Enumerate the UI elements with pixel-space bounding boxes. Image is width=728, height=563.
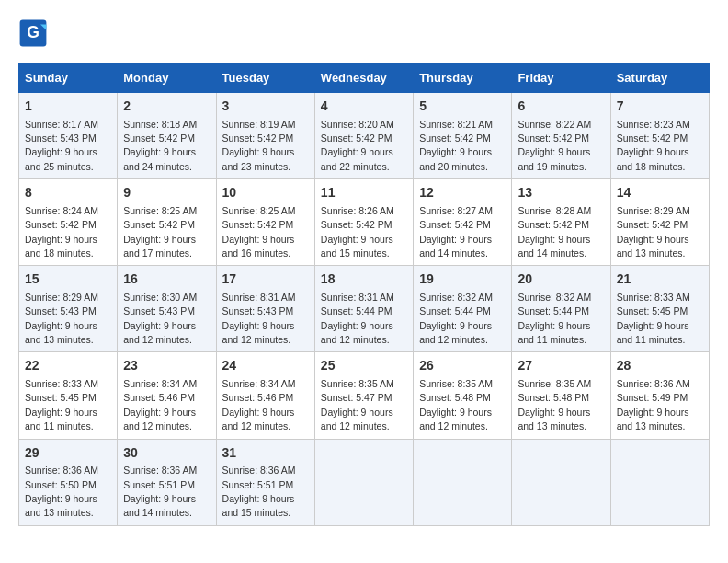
table-row: 6Sunrise: 8:22 AM Sunset: 5:42 PM Daylig… bbox=[512, 93, 610, 179]
day-number: 20 bbox=[518, 270, 604, 289]
page-header: G bbox=[18, 18, 710, 48]
day-number: 6 bbox=[518, 98, 604, 116]
day-info: Sunrise: 8:26 AM Sunset: 5:42 PM Dayligh… bbox=[321, 205, 394, 259]
table-row: 14Sunrise: 8:29 AM Sunset: 5:42 PM Dayli… bbox=[610, 179, 709, 266]
day-number: 31 bbox=[222, 444, 309, 463]
day-info: Sunrise: 8:33 AM Sunset: 5:45 PM Dayligh… bbox=[25, 378, 98, 431]
table-row: 25Sunrise: 8:35 AM Sunset: 5:47 PM Dayli… bbox=[314, 352, 413, 439]
calendar-header-row: SundayMondayTuesdayWednesdayThursdayFrid… bbox=[19, 63, 710, 93]
col-header-monday: Monday bbox=[118, 63, 216, 93]
logo: G bbox=[18, 18, 51, 48]
day-info: Sunrise: 8:28 AM Sunset: 5:42 PM Dayligh… bbox=[518, 205, 591, 259]
day-number: 16 bbox=[123, 270, 210, 289]
table-row: 26Sunrise: 8:35 AM Sunset: 5:48 PM Dayli… bbox=[414, 352, 512, 439]
day-info: Sunrise: 8:17 AM Sunset: 5:43 PM Dayligh… bbox=[25, 119, 98, 172]
day-info: Sunrise: 8:36 AM Sunset: 5:50 PM Dayligh… bbox=[25, 465, 98, 518]
day-info: Sunrise: 8:32 AM Sunset: 5:44 PM Dayligh… bbox=[419, 292, 493, 345]
table-row: 3Sunrise: 8:19 AM Sunset: 5:42 PM Daylig… bbox=[216, 93, 314, 179]
table-row: 12Sunrise: 8:27 AM Sunset: 5:42 PM Dayli… bbox=[414, 179, 512, 266]
table-row: 30Sunrise: 8:36 AM Sunset: 5:51 PM Dayli… bbox=[118, 439, 216, 525]
day-info: Sunrise: 8:29 AM Sunset: 5:42 PM Dayligh… bbox=[617, 205, 690, 259]
day-info: Sunrise: 8:27 AM Sunset: 5:42 PM Dayligh… bbox=[419, 205, 493, 259]
day-info: Sunrise: 8:30 AM Sunset: 5:43 PM Dayligh… bbox=[123, 292, 197, 345]
day-info: Sunrise: 8:36 AM Sunset: 5:51 PM Dayligh… bbox=[123, 465, 197, 518]
table-row bbox=[414, 439, 512, 525]
day-info: Sunrise: 8:25 AM Sunset: 5:42 PM Dayligh… bbox=[222, 205, 296, 259]
day-number: 7 bbox=[617, 98, 703, 116]
table-row: 24Sunrise: 8:34 AM Sunset: 5:46 PM Dayli… bbox=[216, 352, 314, 439]
day-info: Sunrise: 8:33 AM Sunset: 5:45 PM Dayligh… bbox=[617, 292, 690, 345]
table-row: 31Sunrise: 8:36 AM Sunset: 5:51 PM Dayli… bbox=[216, 439, 314, 525]
table-row: 11Sunrise: 8:26 AM Sunset: 5:42 PM Dayli… bbox=[314, 179, 413, 266]
table-row: 28Sunrise: 8:36 AM Sunset: 5:49 PM Dayli… bbox=[610, 352, 709, 439]
day-number: 9 bbox=[123, 184, 210, 202]
day-number: 1 bbox=[25, 98, 111, 116]
table-row: 1Sunrise: 8:17 AM Sunset: 5:43 PM Daylig… bbox=[19, 93, 118, 179]
table-row: 2Sunrise: 8:18 AM Sunset: 5:42 PM Daylig… bbox=[118, 93, 216, 179]
day-number: 30 bbox=[123, 444, 210, 463]
day-number: 22 bbox=[25, 357, 111, 375]
day-info: Sunrise: 8:35 AM Sunset: 5:48 PM Dayligh… bbox=[518, 378, 591, 431]
table-row: 5Sunrise: 8:21 AM Sunset: 5:42 PM Daylig… bbox=[414, 93, 512, 179]
logo-icon: G bbox=[18, 18, 48, 48]
table-row: 8Sunrise: 8:24 AM Sunset: 5:42 PM Daylig… bbox=[19, 179, 118, 266]
day-info: Sunrise: 8:22 AM Sunset: 5:42 PM Dayligh… bbox=[518, 119, 591, 172]
day-info: Sunrise: 8:35 AM Sunset: 5:48 PM Dayligh… bbox=[419, 378, 493, 431]
day-number: 23 bbox=[123, 357, 210, 375]
table-row bbox=[314, 439, 413, 525]
day-info: Sunrise: 8:31 AM Sunset: 5:44 PM Dayligh… bbox=[321, 292, 394, 345]
day-number: 25 bbox=[321, 357, 407, 375]
table-row: 9Sunrise: 8:25 AM Sunset: 5:42 PM Daylig… bbox=[118, 179, 216, 266]
table-row: 19Sunrise: 8:32 AM Sunset: 5:44 PM Dayli… bbox=[414, 266, 512, 352]
day-info: Sunrise: 8:25 AM Sunset: 5:42 PM Dayligh… bbox=[123, 205, 197, 259]
col-header-wednesday: Wednesday bbox=[314, 63, 413, 93]
svg-text:G: G bbox=[27, 23, 40, 41]
calendar-table: SundayMondayTuesdayWednesdayThursdayFrid… bbox=[18, 63, 710, 526]
day-number: 3 bbox=[222, 98, 309, 116]
day-number: 26 bbox=[419, 357, 506, 375]
table-row: 4Sunrise: 8:20 AM Sunset: 5:42 PM Daylig… bbox=[314, 93, 413, 179]
table-row: 21Sunrise: 8:33 AM Sunset: 5:45 PM Dayli… bbox=[610, 266, 709, 352]
day-number: 4 bbox=[321, 98, 407, 116]
table-row: 7Sunrise: 8:23 AM Sunset: 5:42 PM Daylig… bbox=[610, 93, 709, 179]
col-header-thursday: Thursday bbox=[414, 63, 512, 93]
table-row: 15Sunrise: 8:29 AM Sunset: 5:43 PM Dayli… bbox=[19, 266, 118, 352]
col-header-friday: Friday bbox=[512, 63, 610, 93]
day-info: Sunrise: 8:36 AM Sunset: 5:51 PM Dayligh… bbox=[222, 465, 296, 518]
day-info: Sunrise: 8:20 AM Sunset: 5:42 PM Dayligh… bbox=[321, 119, 394, 172]
calendar-week-row: 22Sunrise: 8:33 AM Sunset: 5:45 PM Dayli… bbox=[19, 352, 710, 439]
col-header-saturday: Saturday bbox=[610, 63, 709, 93]
day-number: 29 bbox=[25, 444, 111, 463]
table-row: 20Sunrise: 8:32 AM Sunset: 5:44 PM Dayli… bbox=[512, 266, 610, 352]
table-row bbox=[512, 439, 610, 525]
day-info: Sunrise: 8:24 AM Sunset: 5:42 PM Dayligh… bbox=[25, 205, 98, 259]
col-header-tuesday: Tuesday bbox=[216, 63, 314, 93]
day-number: 2 bbox=[123, 98, 210, 116]
day-info: Sunrise: 8:29 AM Sunset: 5:43 PM Dayligh… bbox=[25, 292, 98, 345]
day-info: Sunrise: 8:34 AM Sunset: 5:46 PM Dayligh… bbox=[222, 378, 296, 431]
calendar-week-row: 15Sunrise: 8:29 AM Sunset: 5:43 PM Dayli… bbox=[19, 266, 710, 352]
day-info: Sunrise: 8:23 AM Sunset: 5:42 PM Dayligh… bbox=[617, 119, 690, 172]
day-number: 5 bbox=[419, 98, 506, 116]
day-number: 18 bbox=[321, 270, 407, 289]
day-info: Sunrise: 8:19 AM Sunset: 5:42 PM Dayligh… bbox=[222, 119, 296, 172]
table-row: 17Sunrise: 8:31 AM Sunset: 5:43 PM Dayli… bbox=[216, 266, 314, 352]
day-number: 8 bbox=[25, 184, 111, 202]
calendar-week-row: 29Sunrise: 8:36 AM Sunset: 5:50 PM Dayli… bbox=[19, 439, 710, 525]
table-row: 22Sunrise: 8:33 AM Sunset: 5:45 PM Dayli… bbox=[19, 352, 118, 439]
day-number: 19 bbox=[419, 270, 506, 289]
day-info: Sunrise: 8:34 AM Sunset: 5:46 PM Dayligh… bbox=[123, 378, 197, 431]
table-row: 18Sunrise: 8:31 AM Sunset: 5:44 PM Dayli… bbox=[314, 266, 413, 352]
day-number: 14 bbox=[617, 184, 703, 202]
day-info: Sunrise: 8:18 AM Sunset: 5:42 PM Dayligh… bbox=[123, 119, 197, 172]
day-number: 11 bbox=[321, 184, 407, 202]
table-row: 29Sunrise: 8:36 AM Sunset: 5:50 PM Dayli… bbox=[19, 439, 118, 525]
table-row bbox=[610, 439, 709, 525]
table-row: 13Sunrise: 8:28 AM Sunset: 5:42 PM Dayli… bbox=[512, 179, 610, 266]
day-info: Sunrise: 8:31 AM Sunset: 5:43 PM Dayligh… bbox=[222, 292, 296, 345]
calendar-week-row: 8Sunrise: 8:24 AM Sunset: 5:42 PM Daylig… bbox=[19, 179, 710, 266]
day-number: 13 bbox=[518, 184, 604, 202]
table-row: 27Sunrise: 8:35 AM Sunset: 5:48 PM Dayli… bbox=[512, 352, 610, 439]
day-number: 27 bbox=[518, 357, 604, 375]
day-info: Sunrise: 8:35 AM Sunset: 5:47 PM Dayligh… bbox=[321, 378, 394, 431]
